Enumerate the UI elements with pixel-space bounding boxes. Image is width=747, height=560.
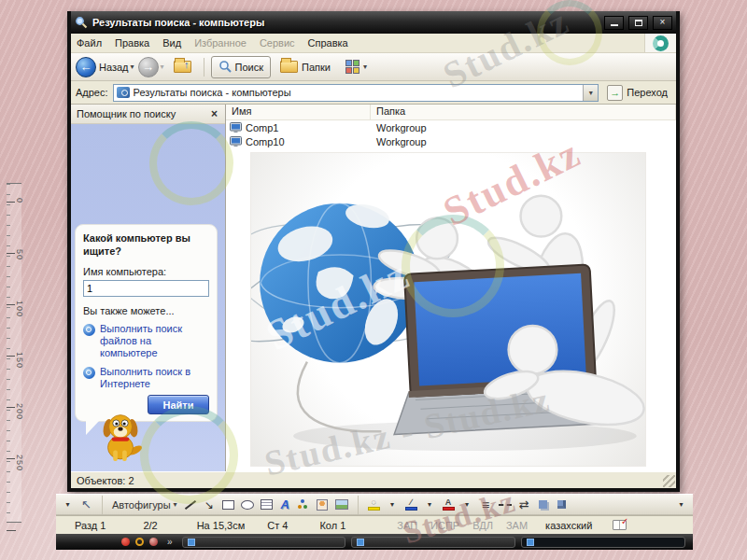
diagram-icon[interactable]: [298, 497, 310, 512]
screen-ruler[interactable]: 0 50 100 150 200 250: [7, 183, 21, 523]
list-row-comp1[interactable]: Comp1 Workgroup: [226, 120, 676, 134]
menu-favorites[interactable]: Избранное: [194, 37, 247, 49]
ruler-major-tick: 0: [7, 202, 15, 203]
search-button[interactable]: Поиск: [211, 56, 271, 78]
font-color-dropdown-icon[interactable]: ▾: [461, 497, 473, 512]
status-column: Кол 1: [299, 520, 357, 531]
companion-close-icon[interactable]: ×: [209, 107, 219, 120]
search-bubble: Какой компьютер вы ищите? Имя компьютера…: [75, 224, 218, 422]
rectangle-tool-icon[interactable]: [222, 497, 234, 512]
taskbar-maroon-icon[interactable]: [149, 538, 158, 546]
line-style-icon[interactable]: ≡: [480, 497, 492, 512]
dash-style-icon[interactable]: [499, 497, 512, 512]
toolbar-separator: [358, 496, 359, 514]
status-flag-ext[interactable]: ВДЛ: [466, 520, 500, 531]
go-button[interactable]: → Переход: [603, 83, 671, 103]
throbber-slot: [644, 34, 676, 52]
maximize-button[interactable]: [628, 16, 648, 30]
computer-name-input[interactable]: [83, 280, 209, 297]
up-button[interactable]: ↑: [168, 56, 197, 78]
autoshapes-button[interactable]: Автофигуры ▾: [112, 497, 177, 512]
computer-icon: [230, 122, 242, 133]
search-internet-link[interactable]: Выполнить поиск в Интернете: [83, 366, 209, 390]
companion-title: Помощник по поиску: [77, 108, 209, 119]
close-button[interactable]: ×: [653, 16, 672, 30]
folders-button[interactable]: Папки: [275, 56, 336, 78]
desktop-background: 0 50 100 150 200 250 Результаты поиска -…: [0, 0, 747, 560]
toolbar-options-icon[interactable]: ▾: [62, 497, 74, 512]
standard-toolbar: ← Назад ▾ → ▾ ↑ Поиск Папки: [71, 53, 676, 81]
oval-tool-icon[interactable]: [241, 497, 254, 512]
ruler-major-tick: 250: [7, 458, 15, 459]
menu-edit[interactable]: Правка: [115, 37, 149, 49]
status-flag-rec[interactable]: ЗАП: [390, 520, 424, 531]
wordart-icon[interactable]: A: [279, 497, 291, 512]
menu-view[interactable]: Вид: [162, 37, 181, 49]
taskbar-chevron-icon[interactable]: »: [167, 537, 173, 547]
textbox-tool-icon[interactable]: [261, 497, 273, 512]
arrow-style-icon[interactable]: ⇄: [518, 497, 530, 512]
views-icon: [345, 60, 359, 74]
drawing-toolbar: ▾ ↖ Автофигуры ▾ ↘ A ◌ ▾ ∕ ▾ А ▾ ≡ ⇄: [56, 494, 693, 515]
ruler-endcap: [7, 530, 16, 531]
insert-picture-icon[interactable]: [335, 497, 348, 512]
search-files-icon: [83, 324, 95, 336]
fill-color-dropdown-icon[interactable]: ▾: [387, 497, 399, 512]
menu-tools[interactable]: Сервис: [260, 37, 295, 49]
taskbar-button-1[interactable]: [182, 537, 346, 548]
list-row-comp10[interactable]: Comp10 Workgroup: [226, 134, 676, 148]
status-position: На 15,3см: [169, 520, 257, 531]
title-bar[interactable]: Результаты поиска - компьютеры ×: [71, 11, 676, 34]
shadow-style-icon[interactable]: [537, 497, 549, 512]
line-tool-icon[interactable]: [184, 497, 197, 512]
windows-throbber-icon: [653, 35, 669, 51]
status-language[interactable]: казахский: [534, 520, 603, 531]
search-dog-assistant[interactable]: [97, 412, 144, 462]
window-title: Результаты поиска - компьютеры: [92, 17, 599, 28]
column-folder[interactable]: Папка: [371, 105, 676, 119]
back-label: Назад: [99, 62, 129, 73]
toolbar-overflow-icon[interactable]: ▾: [675, 497, 687, 512]
menu-bar: Файл Правка Вид Избранное Сервис Справка: [71, 34, 676, 53]
back-dropdown-icon[interactable]: ▾: [131, 63, 134, 71]
back-button[interactable]: ← Назад ▾: [76, 57, 134, 77]
taskbar-yellow-icon[interactable]: [135, 538, 144, 546]
fill-color-icon[interactable]: ◌: [368, 497, 380, 512]
address-value: Результаты поиска - компьютеры: [134, 87, 580, 98]
ruler-label: 50: [15, 249, 24, 260]
clipart-icon[interactable]: [317, 497, 329, 512]
status-flag-trk[interactable]: ИСПР: [424, 520, 466, 531]
find-button[interactable]: Найти: [148, 395, 209, 414]
window-content: Помощник по поиску × Какой компьютер вы …: [71, 105, 676, 471]
row-folder: Workgroup: [371, 122, 676, 133]
search-files-link[interactable]: Выполнить поиск файлов на компьютере: [83, 323, 209, 360]
search-internet-icon: [83, 367, 95, 379]
status-flag-ovr[interactable]: ЗАМ: [500, 520, 534, 531]
taskbar-button-3[interactable]: [521, 537, 685, 548]
select-objects-icon[interactable]: ↖: [80, 497, 92, 512]
address-bar: Адрес: Результаты поиска - компьютеры ▾ …: [71, 81, 676, 105]
font-color-icon[interactable]: А: [443, 497, 455, 512]
line-color-icon[interactable]: ∕: [405, 497, 417, 512]
address-combo[interactable]: Результаты поиска - компьютеры ▾: [113, 84, 599, 102]
clipart-photo: [250, 152, 646, 467]
3d-style-icon[interactable]: [556, 497, 568, 512]
menu-help[interactable]: Справка: [308, 37, 348, 49]
taskbar-button-2[interactable]: [351, 537, 515, 548]
address-dropdown-button[interactable]: ▾: [583, 85, 598, 101]
views-button[interactable]: ▾: [340, 56, 373, 78]
arrow-tool-icon[interactable]: ↘: [204, 497, 216, 512]
spellcheck-icon[interactable]: [613, 520, 627, 530]
companion-header: Помощник по поиску ×: [71, 105, 225, 124]
resize-grip[interactable]: [663, 475, 675, 487]
menu-file[interactable]: Файл: [77, 37, 102, 49]
line-color-dropdown-icon[interactable]: ▾: [424, 497, 436, 512]
ruler-minor-ticks: [7, 184, 10, 522]
ruler-major-tick: 50: [7, 253, 15, 254]
taskbar-red-icon[interactable]: [121, 538, 130, 546]
column-name[interactable]: Имя: [226, 105, 371, 119]
forward-button[interactable]: → ▾: [138, 57, 164, 77]
address-search-icon: [117, 87, 130, 98]
results-pane: Имя Папка Comp1 Workgroup: [226, 105, 676, 471]
minimize-button[interactable]: [604, 16, 624, 30]
